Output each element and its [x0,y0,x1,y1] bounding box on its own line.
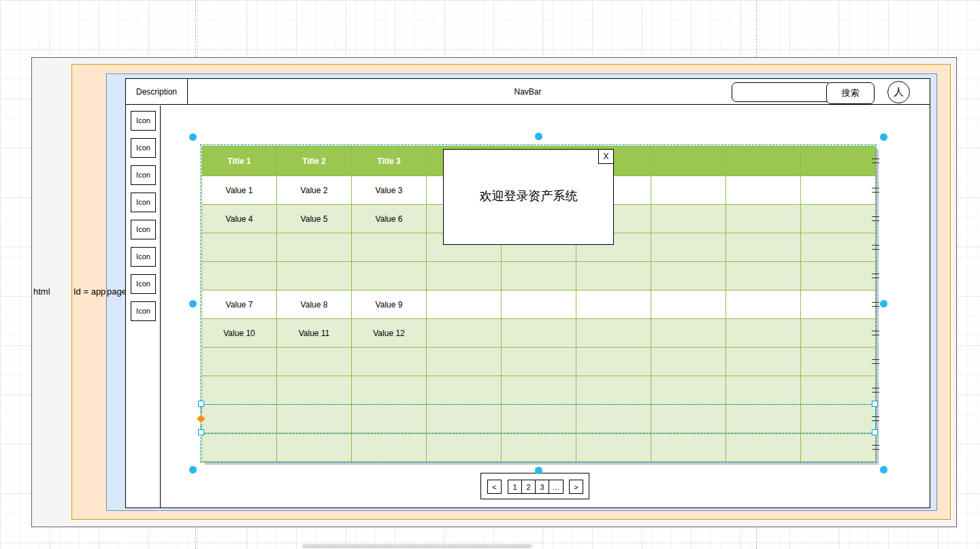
table-cell[interactable] [801,433,876,462]
table-cell[interactable] [427,348,502,376]
row-drag-handle[interactable] [872,188,879,193]
row-drag-handle[interactable] [872,445,879,450]
table-cell[interactable] [801,290,876,319]
table-cell[interactable] [726,290,801,319]
pagination-page-button[interactable]: … [549,480,563,493]
table-cell[interactable] [726,176,801,205]
table-cell[interactable]: Value 10 [202,319,277,348]
table-cell[interactable]: Value 8 [277,290,352,319]
row-drag-handle[interactable] [872,216,879,221]
table-cell[interactable] [726,233,801,262]
table-cell[interactable] [801,405,876,433]
table-cell[interactable] [202,405,277,433]
table-cell[interactable] [277,433,352,462]
table-cell[interactable] [427,376,502,405]
table-cell[interactable] [801,319,876,348]
table-cell[interactable] [427,405,502,433]
row-drag-handle[interactable] [872,416,879,421]
row-drag-handle[interactable] [872,302,879,307]
sidebar-icon-placeholder[interactable]: Icon [131,274,156,294]
selection-handle-dot[interactable] [189,300,197,307]
table-cell[interactable] [651,376,726,405]
table-cell[interactable] [726,376,801,405]
table-cell[interactable] [651,262,726,290]
table-cell[interactable] [502,405,576,433]
table-cell[interactable]: Value 11 [277,319,352,348]
table-cell[interactable]: Value 5 [277,205,352,233]
table-cell[interactable]: Value 1 [202,176,277,205]
table-cell[interactable] [277,405,352,433]
table-cell[interactable] [726,262,801,290]
table-cell[interactable] [352,405,427,433]
table-cell[interactable] [576,405,651,433]
selection-handle-dot[interactable] [189,466,197,473]
sidebar-icon-placeholder[interactable]: Icon [131,220,156,239]
table-cell[interactable] [277,233,352,262]
selection-handle-dot[interactable] [535,133,542,140]
table-cell[interactable] [651,348,726,376]
table-cell[interactable]: Value 9 [352,290,427,319]
description-box[interactable]: Description [126,79,188,104]
table-cell[interactable] [502,262,576,290]
row-resize-handle[interactable] [872,401,878,407]
pagination-page-button[interactable]: 1 [508,480,522,493]
row-drag-handle[interactable] [872,388,879,393]
table-cell[interactable] [277,376,352,405]
sidebar-icon-placeholder[interactable]: Icon [131,138,156,158]
table-header-cell[interactable]: Title 1 [202,146,277,176]
table-cell[interactable] [651,405,726,433]
table-cell[interactable] [352,348,427,376]
table-cell[interactable] [576,262,651,290]
sidebar-icon-placeholder[interactable]: Icon [131,247,156,267]
table-cell[interactable] [277,348,352,376]
pagination-next-button[interactable]: > [569,480,583,494]
table-cell[interactable] [277,262,352,290]
table-cell[interactable] [427,262,502,290]
table-cell[interactable] [801,233,876,262]
table-cell[interactable] [352,433,427,462]
pagination-prev-button[interactable]: < [487,480,502,494]
table-cell[interactable] [502,290,576,319]
table-cell[interactable] [651,205,726,233]
table-cell[interactable]: Value 2 [277,176,352,205]
row-resize-handle[interactable] [872,429,878,435]
sidebar-icon-placeholder[interactable]: Icon [131,111,156,131]
table-cell[interactable] [651,319,726,348]
table-cell[interactable] [726,405,801,433]
selection-handle-dot[interactable] [880,466,887,473]
table-cell[interactable] [801,376,876,405]
table-cell[interactable] [576,433,651,462]
table-cell[interactable] [352,233,427,262]
table-header-cell[interactable]: Title 2 [277,146,352,176]
table-cell[interactable]: Value 4 [202,205,277,233]
table-cell[interactable] [576,376,651,405]
table-cell[interactable] [726,433,801,462]
row-drag-handle[interactable] [872,273,879,278]
row-drag-handle[interactable] [872,159,879,163]
table-cell[interactable] [502,348,576,376]
pagination-page-button[interactable]: 2 [522,480,536,493]
table-header-cell[interactable] [651,146,726,176]
table-cell[interactable] [502,376,576,405]
table-cell[interactable] [651,233,726,262]
selection-handle-dot[interactable] [535,467,542,474]
table-cell[interactable]: Value 7 [202,290,277,319]
pagination-page-button[interactable]: 3 [536,480,549,493]
table-cell[interactable] [576,319,651,348]
table-cell[interactable] [726,348,801,376]
table-cell[interactable] [202,262,277,290]
table-cell[interactable] [576,290,651,319]
table-cell[interactable] [502,319,576,348]
table-cell[interactable] [651,176,726,205]
table-cell[interactable] [801,176,876,205]
row-resize-handle[interactable] [198,401,204,407]
sidebar-icon-placeholder[interactable]: Icon [131,165,156,185]
sidebar-icon-placeholder[interactable]: Icon [131,193,156,212]
table-cell[interactable] [651,433,726,462]
selection-handle-dot[interactable] [189,133,197,141]
table-cell[interactable]: Value 6 [352,205,427,233]
table-cell[interactable] [427,433,502,462]
row-drag-handle[interactable] [872,245,879,250]
table-cell[interactable] [576,348,651,376]
table-cell[interactable] [202,348,277,376]
